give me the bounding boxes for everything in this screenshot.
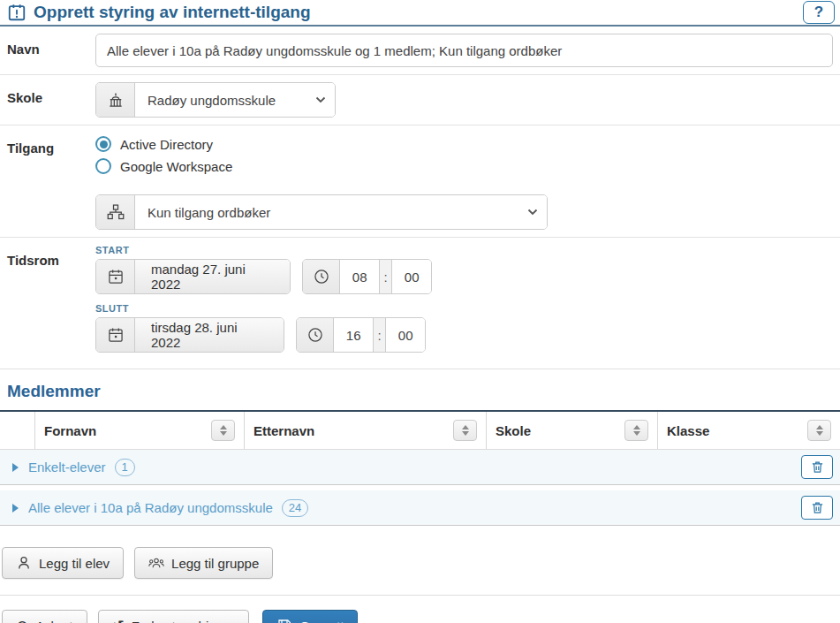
sort-button-etternavn[interactable] xyxy=(453,420,477,441)
discard-label: Forkast endringer xyxy=(132,619,236,623)
help-button[interactable]: ? xyxy=(803,1,835,24)
people-group-icon xyxy=(148,555,164,571)
calendar-icon xyxy=(107,268,125,285)
calendar-alert-icon xyxy=(7,3,26,22)
start-date-value: mandag 27. juni 2022 xyxy=(151,262,274,292)
end-time-addon xyxy=(297,318,334,352)
column-header-fornavn: Fornavn xyxy=(35,412,245,449)
period-label: Tidsrom xyxy=(7,245,95,361)
trash-icon xyxy=(810,500,825,515)
sort-button-skole[interactable] xyxy=(624,420,648,441)
create-label: Opprett xyxy=(299,619,344,623)
delete-group-button[interactable] xyxy=(801,455,833,479)
access-label: Tilgang xyxy=(7,133,95,230)
discard-changes-button[interactable]: ↺ Forkast endringer xyxy=(98,610,250,623)
add-buttons-row: Legg til elev Legg til gruppe xyxy=(0,531,840,589)
start-hour-input[interactable]: 08 xyxy=(340,260,379,293)
undo-icon: ↺ xyxy=(112,619,125,623)
create-button[interactable]: Opprett xyxy=(262,610,358,623)
page-title: Opprett styring av internett-tilgang xyxy=(34,3,803,22)
radio-google-workspace[interactable]: Google Workspace xyxy=(95,158,833,174)
delete-group-button[interactable] xyxy=(801,496,833,520)
column-header-etternavn: Etternavn xyxy=(245,412,487,449)
start-date-group: mandag 27. juni 2022 xyxy=(95,259,291,294)
chevron-down-icon xyxy=(527,209,538,216)
start-time-addon xyxy=(303,260,340,293)
clock-icon xyxy=(306,326,324,344)
end-date-addon[interactable] xyxy=(96,318,135,352)
column-label: Klasse xyxy=(667,423,709,438)
members-table-header: Fornavn Etternavn Skole Klasse xyxy=(0,410,840,450)
start-date-button[interactable]: mandag 27. juni 2022 xyxy=(135,260,290,293)
radio-active-directory[interactable]: Active Directory xyxy=(95,136,833,152)
column-label: Fornavn xyxy=(44,423,96,438)
group-label: Enkelt-elever xyxy=(28,460,106,475)
cancel-button[interactable]: ⊘ Avbryt xyxy=(2,610,87,623)
sort-button-fornavn[interactable] xyxy=(211,420,235,441)
add-student-button[interactable]: Legg til elev xyxy=(2,547,124,579)
cancel-label: Avbryt xyxy=(35,619,72,623)
column-header-skole: Skole xyxy=(487,412,658,449)
ban-icon: ⊘ xyxy=(16,619,28,623)
group-label: Alle elever i 10a på Radøy ungdomsskule xyxy=(28,500,273,515)
time-separator: : xyxy=(373,318,386,352)
table-spacer-column xyxy=(0,412,35,449)
end-minute-input[interactable]: 00 xyxy=(386,318,425,352)
period-end: SLUTT tirsdag 28. juni 2022 xyxy=(95,303,833,353)
radio-icon xyxy=(95,136,111,152)
trash-icon xyxy=(810,460,825,475)
name-input[interactable] xyxy=(95,34,833,67)
sort-button-klasse[interactable] xyxy=(807,420,831,441)
end-date-group: tirsdag 28. juni 2022 xyxy=(95,317,284,353)
name-row: Navn xyxy=(0,27,840,75)
member-count-badge: 1 xyxy=(115,459,135,476)
school-building-icon xyxy=(107,91,125,109)
member-group-row[interactable]: Enkelt-elever 1 xyxy=(0,450,840,485)
expand-arrow-icon[interactable] xyxy=(12,504,19,513)
add-group-label: Legg til gruppe xyxy=(171,556,259,571)
access-row: Tilgang Active Directory Google Workspac… xyxy=(0,125,840,238)
school-selected-value: Radøy ungdomsskule xyxy=(148,93,276,108)
person-icon xyxy=(16,555,32,571)
end-caption: SLUTT xyxy=(95,303,833,314)
member-group-row[interactable]: Alle elever i 10a på Radøy ungdomsskule … xyxy=(0,490,840,526)
name-label: Navn xyxy=(7,34,95,67)
chevron-down-icon xyxy=(315,96,326,103)
add-student-label: Legg til elev xyxy=(39,556,110,571)
end-hour-input[interactable]: 16 xyxy=(334,318,373,352)
access-selected-value: Kun tilgang ordbøker xyxy=(148,205,270,220)
end-date-value: tirsdag 28. juni 2022 xyxy=(151,320,268,350)
radio-icon xyxy=(95,158,111,174)
radio-google-workspace-label: Google Workspace xyxy=(120,159,232,174)
start-time-group: 08 : 00 xyxy=(302,259,432,294)
column-label: Etternavn xyxy=(254,423,314,438)
radio-active-directory-label: Active Directory xyxy=(120,137,213,152)
expand-arrow-icon[interactable] xyxy=(12,463,19,472)
start-caption: START xyxy=(95,245,833,255)
access-select-group: Kun tilgang ordbøker xyxy=(95,194,548,230)
school-addon xyxy=(96,83,135,117)
clock-icon xyxy=(313,268,330,285)
page-header: Opprett styring av internett-tilgang ? xyxy=(0,0,840,27)
period-start: START mandag 27. juni 2022 xyxy=(95,245,833,294)
start-date-addon[interactable] xyxy=(96,260,135,293)
add-group-button[interactable]: Legg til gruppe xyxy=(134,547,273,579)
sitemap-icon xyxy=(107,203,125,221)
start-minute-input[interactable]: 00 xyxy=(392,260,431,293)
member-count-badge: 24 xyxy=(282,499,308,517)
end-time-group: 16 : 00 xyxy=(296,317,426,353)
end-date-button[interactable]: tirsdag 28. juni 2022 xyxy=(135,318,284,352)
school-select-group: Radøy ungdomsskule xyxy=(95,82,336,118)
access-addon xyxy=(96,195,135,229)
footer-buttons-row: ⊘ Avbryt ↺ Forkast endringer Opprett xyxy=(0,595,840,623)
time-separator: : xyxy=(379,260,392,293)
calendar-icon xyxy=(107,326,125,344)
school-row: Skole Radøy ungdomsskule xyxy=(0,75,840,125)
school-select[interactable]: Radøy ungdomsskule xyxy=(135,83,335,117)
column-header-klasse: Klasse xyxy=(658,412,840,449)
period-row: Tidsrom START mandag 27. juni 2022 xyxy=(0,238,840,369)
save-floppy-icon xyxy=(276,618,292,623)
members-heading: Medlemmer xyxy=(7,382,833,401)
access-select[interactable]: Kun tilgang ordbøker xyxy=(135,195,547,229)
column-label: Skole xyxy=(496,423,531,438)
